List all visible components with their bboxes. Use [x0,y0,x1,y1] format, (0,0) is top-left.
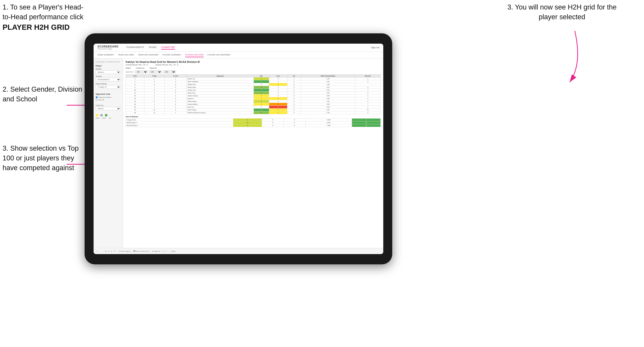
toolbar-divider-4 [162,250,162,253]
ood-diff: 4.500 [305,118,352,121]
out-of-division-title: Out of division [126,116,381,118]
cell-rounds: 3 [355,86,380,89]
nav-teams[interactable]: TEAMS [149,45,157,50]
cell-win: 4 [254,108,269,111]
ood-loss: 0 [262,121,284,124]
cell-rounds: 2 [355,105,380,108]
table-row: 10 6 3 Andrea York 2 0 0 4.00 4 [126,89,381,91]
colour-by-select[interactable]: Win/loss [96,107,121,110]
toolbar-expand[interactable]: □↗ [164,250,166,252]
opponents-select[interactable]: (All) [135,70,148,73]
tab-team-h2h-grid[interactable]: TEAM H2H GRID [118,53,134,57]
cell-loss: 0 [269,77,287,80]
logo: SCOREBOARD Powered by clippd [97,45,118,50]
toolbar-refresh-left[interactable]: ↺ [108,250,109,252]
cell-div: 15 [126,100,144,103]
cell-div: 14 [126,97,144,100]
cell-loss: 2 [269,97,287,100]
toolbar-view-original[interactable]: 📋 View: Original [118,250,130,252]
toolbar-forward[interactable]: → [102,250,104,252]
toolbar-refresh-right[interactable]: ↻ [111,250,112,252]
radio-opponents-played[interactable]: Opponents Played [96,96,121,98]
sidebar: Last Updated: 27/03/2024 16:55:38 Player… [94,59,123,254]
conference-select[interactable]: (All) [149,70,162,73]
tab-player-h2h-heatmap[interactable]: PLAYER H2H HEATMAP [207,53,230,57]
app-header: SCOREBOARD Powered by clippd TOURNAMENTS… [94,44,383,52]
cell-opponent: Federica Domecq Lacroze [187,111,254,114]
toolbar-grid[interactable]: ⊞ [105,250,106,252]
cell-rounds: 4 [355,100,380,103]
cell-opponent: Jessica Mason [187,103,254,105]
division-select[interactable]: NCAA Division III [96,78,121,81]
table-row: 5 2 2 Alexis Sudjianto 1 0 0 4.00 3 [126,80,381,83]
cell-loss: 0 [269,80,287,83]
cell-diff: 3.67 [301,86,355,89]
legend-dot-down [96,114,98,117]
sign-out[interactable]: Sign out [371,46,379,49]
cell-div: 5 [126,80,144,83]
cell-opponent: Sydney Kuo [187,83,254,86]
gender-select[interactable]: Women's [96,70,121,74]
toolbar-save-custom[interactable]: 💾 Save Custom View [134,250,149,252]
ood-tie: 0 [284,121,306,124]
col-loss: Loss [269,74,287,77]
ood-win: 1 [233,118,262,121]
cell-opponent: Euna Lee [187,105,254,108]
ood-table-row: NAIA Division 1 15 0 0 9.267 30 [126,121,381,124]
cell-win: 0 [254,105,269,108]
tab-team-summary[interactable]: TEAM SUMMARY [97,53,114,57]
cell-rounds: 6 [355,111,380,114]
toolbar-share[interactable]: ↔ Share [169,250,176,252]
toolbar-back[interactable]: ← [99,250,100,252]
col-diff: Diff Av Strokes/Rnd [301,74,355,77]
instruction-3: 3. Show selection vs Top 100 or just pla… [3,144,85,173]
cell-diff: 3.33 [301,91,355,94]
cell-win: 2 [254,97,269,100]
nav-committee[interactable]: COMMITTEE [161,45,175,50]
toolbar-watch[interactable]: 👁 Watch ▼ [152,250,160,252]
instruction-2: 2. Select Gender, Division and School [3,85,85,104]
nav-tournaments[interactable]: TOURNAMENTS [126,45,144,50]
radio-top100[interactable]: Top 100 [96,99,121,101]
cell-loss: 0 [269,89,287,91]
table-row: 11 2 5 Heejo Hyun 1 0 0 3.33 3 [126,91,381,94]
sidebar-timestamp: Last Updated: 27/03/2024 16:55:38 [96,61,121,63]
toolbar-timer[interactable]: ⏱ [114,250,115,252]
cell-opponent: Emily Chang [187,108,254,111]
cell-div: 3 [126,77,144,80]
cell-div: 18 [126,105,144,108]
toolbar-divider-2 [132,250,132,253]
toolbar-undo[interactable]: ↩ [96,250,97,252]
cell-loss: 0 [269,91,287,94]
toolbar-divider [117,250,117,253]
cell-win: 2 [254,111,269,114]
cell-win: 1 [254,91,269,94]
main-nav: TOURNAMENTS TEAMS COMMITTEE [126,45,175,50]
opponents-label: Opponents: [126,71,134,73]
tablet-screen: SCOREBOARD Powered by clippd TOURNAMENTS… [94,44,383,254]
tab-player-summary[interactable]: PLAYER SUMMARY [163,53,182,57]
cell-reg: 3 [144,83,165,86]
table-row: 20 11 7 Federica Domecq Lacroze 2 1 0 1.… [126,111,381,114]
table-row: 19 10 6 Emily Chang 4 1 0 0.30 11 [126,108,381,111]
col-div: # Div [126,74,144,77]
cell-conf: 5 [164,91,187,94]
tab-team-h2h-heatmap[interactable]: TEAM H2H HEATMAP [138,53,159,57]
instruction-left-middle: 2. Select Gender, Division and School [3,85,85,114]
arrow-4 [549,26,600,90]
tab-player-h2h-grid[interactable]: PLAYER H2H GRID [185,53,204,57]
cell-conf: 3 [164,89,187,91]
page-title: Katelyn Vo Head-to-Head Grid for Women's… [126,61,381,63]
cell-diff: -3.00 [301,94,355,97]
cell-tie: 0 [287,103,301,105]
toolbar-divider-5 [168,250,168,253]
col-conf: # Conf [164,74,187,77]
cell-opponent: Esther Lee [187,77,254,80]
content-area: Katelyn Vo Head-to-Head Grid for Women's… [123,59,383,254]
instruction-1-bold: PLAYER H2H GRID [3,23,70,31]
player-rank-select[interactable]: 8. Katelyn Vo [96,85,121,89]
opponent-select[interactable]: (All) [163,70,176,73]
cell-tie: 0 [287,111,301,114]
table-row: 16 1 3 Jessica Mason 1 2 0 -0.94 7 [126,103,381,105]
cell-win: 0 [254,83,269,86]
